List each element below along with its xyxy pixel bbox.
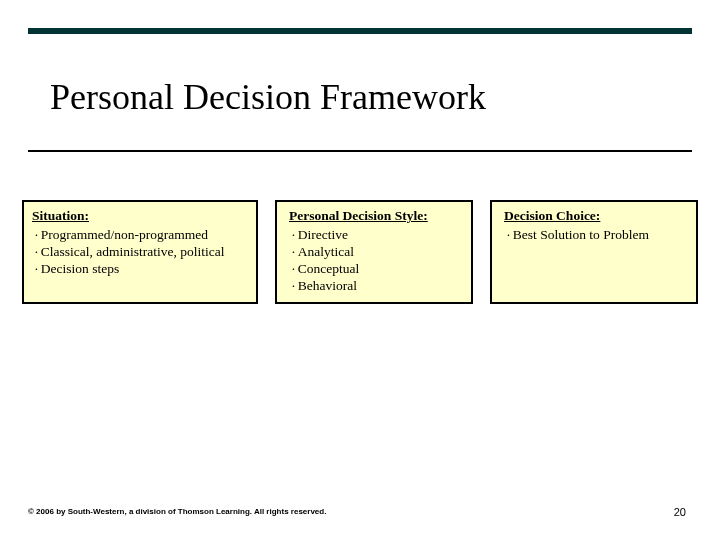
copyright-footer: © 2006 by South-Western, a division of T… [28, 507, 326, 516]
box-heading: Personal Decision Style: [289, 208, 463, 225]
box-item: Analytical [289, 244, 463, 261]
box-item: Best Solution to Problem [504, 227, 688, 244]
box-item: Programmed/non-programmed [32, 227, 248, 244]
slide: Personal Decision Framework Situation: P… [0, 0, 720, 540]
box-item: Directive [289, 227, 463, 244]
box-item: Behavioral [289, 278, 463, 295]
page-number: 20 [674, 506, 686, 518]
box-situation: Situation: Programmed/non-programmed Cla… [22, 200, 258, 304]
slide-title: Personal Decision Framework [50, 78, 692, 118]
title-underline [28, 150, 692, 152]
box-item: Decision steps [32, 261, 248, 278]
box-heading: Decision Choice: [504, 208, 688, 225]
box-heading: Situation: [32, 208, 248, 225]
box-item: Classical, administrative, political [32, 244, 248, 261]
box-personal-decision-style: Personal Decision Style: Directive Analy… [275, 200, 473, 304]
top-rule [28, 28, 692, 34]
box-decision-choice: Decision Choice: Best Solution to Proble… [490, 200, 698, 304]
box-item: Conceptual [289, 261, 463, 278]
boxes-row: Situation: Programmed/non-programmed Cla… [22, 200, 698, 304]
